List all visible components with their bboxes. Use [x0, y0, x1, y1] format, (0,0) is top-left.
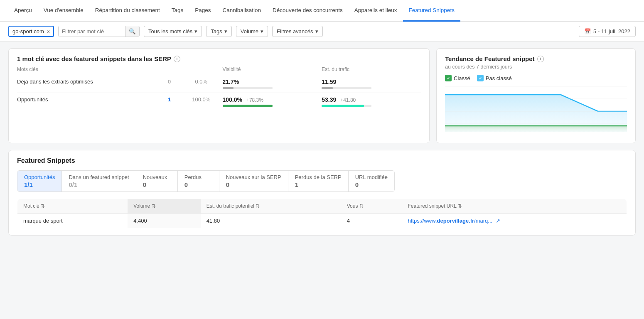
trend-chart — [445, 86, 627, 136]
cell-vous: 4 — [341, 213, 402, 228]
chart-legend: ✓ Classé ✓ Pas classé — [445, 75, 627, 81]
cell-url: https://www.deporvillage.fr/marq... ↗ — [402, 213, 627, 228]
nav-item-featured[interactable]: Featured Snippets — [403, 0, 460, 22]
chevron-down-icon: ▾ — [224, 28, 227, 34]
date-range-label: 5 - 11 juil. 2022 — [593, 28, 630, 34]
domain-tag: go-sport.com × — [8, 26, 54, 37]
table-header-row: Mot clé ⇅ Volume ⇅ Est. du trafic potent… — [17, 199, 627, 213]
table-row: Déjà dans les extraits optimisés 0 0.0% … — [17, 75, 421, 93]
sort-icon: ⇅ — [359, 203, 364, 209]
calendar-icon: 📅 — [584, 28, 591, 34]
tab-pill-label: Nouveaux sur la SERP — [226, 174, 281, 180]
cell-volume: 4,400 — [128, 213, 201, 228]
nav-item-pages[interactable]: Pages — [189, 0, 216, 22]
cell-mot-cle: marque de sport — [17, 213, 128, 228]
row2-visibility: 100.0% +78.3% — [223, 93, 322, 111]
svg-marker-1 — [445, 126, 627, 132]
filter-all-keywords[interactable]: Tous les mots clés ▾ — [144, 26, 202, 37]
filter-advanced-label: Filtres avancés — [277, 28, 313, 34]
sort-icon: ⇅ — [256, 203, 260, 209]
sort-icon: ⇅ — [458, 203, 462, 209]
row1-label: Déjà dans les extraits optimisés — [17, 75, 159, 93]
top-navigation: AperçuVue d'ensembleRépartition du class… — [0, 0, 644, 22]
nav-item-decouverte[interactable]: Découverte des concurrents — [267, 0, 349, 22]
top-cards-row: 1 mot clé avec des featured snippets dan… — [8, 48, 636, 143]
col-mot-cle[interactable]: Mot clé ⇅ — [17, 199, 128, 213]
tab-pill-value: 0 — [143, 181, 171, 188]
tab-pill-opportunites[interactable]: Opportunités1/1 — [17, 171, 62, 191]
nav-item-appareils[interactable]: Appareils et lieux — [349, 0, 403, 22]
tab-pill-url-modifiee[interactable]: URL modifiée0 — [349, 171, 394, 191]
tab-pill-value: 1/1 — [24, 181, 55, 188]
chevron-down-icon: ▾ — [194, 28, 197, 34]
nav-item-vue-ensemble[interactable]: Vue d'ensemble — [38, 0, 89, 22]
filter-tags-label: Tags — [211, 28, 222, 34]
tab-pill-perdus-serp[interactable]: Perdus de la SERP1 — [288, 171, 349, 191]
featured-snippets-title: Featured Snippets — [17, 157, 627, 164]
row1-traffic: 11.59 — [322, 75, 421, 93]
row1-pct: 0.0% — [180, 75, 222, 93]
row1-count: 0 — [159, 75, 180, 93]
nav-item-apercu[interactable]: Aperçu — [8, 0, 38, 22]
tab-pill-label: Perdus — [184, 174, 212, 180]
table-row: marque de sport 4,400 41.80 4 https://ww… — [17, 213, 627, 228]
info-icon[interactable]: i — [174, 56, 180, 62]
filter-advanced[interactable]: Filtres avancés ▾ — [272, 26, 322, 37]
trend-chart-svg — [445, 86, 627, 136]
tab-pill-label: Opportunités — [24, 174, 55, 180]
sort-icon: ⇅ — [152, 203, 156, 209]
table-row: Opportunités 1 100.0% 100.0% +78.3% — [17, 93, 421, 111]
featured-snippets-table: Mot clé ⇅ Volume ⇅ Est. du trafic potent… — [17, 199, 627, 228]
keyword-search-box: 🔍 — [58, 26, 140, 37]
tab-pill-value: 0 — [355, 181, 388, 188]
tab-pill-label: Dans un featured snippet — [69, 174, 129, 180]
chevron-down-icon: ▾ — [261, 28, 263, 34]
cell-trafic: 41.80 — [201, 213, 341, 228]
tab-pill-value: 1 — [295, 181, 342, 188]
col-volume[interactable]: Volume ⇅ — [128, 199, 201, 213]
snippet-url[interactable]: https://www.deporvillage.fr/marq... — [408, 218, 494, 224]
col-keywords: Mots clés — [17, 64, 159, 75]
row2-count: 1 — [159, 93, 180, 111]
col-trafic[interactable]: Est. du trafic potentiel ⇅ — [201, 199, 341, 213]
legend-unranked: ✓ Pas classé — [477, 75, 512, 81]
row2-traffic: 53.39 +41.80 — [322, 93, 421, 111]
col-traffic: Est. du trafic — [322, 64, 421, 75]
filter-all-label: Tous les mots clés — [148, 28, 192, 34]
toolbar: go-sport.com × 🔍 Tous les mots clés ▾ Ta… — [0, 22, 644, 42]
tab-pill-label: Nouveaux — [143, 174, 171, 180]
row1-visibility: 21.7% — [223, 75, 322, 93]
sort-icon: ⇅ — [41, 203, 45, 209]
tab-pill-label: URL modifiée — [355, 174, 388, 180]
filter-volume[interactable]: Volume ▾ — [236, 26, 268, 37]
close-icon[interactable]: × — [47, 29, 50, 34]
date-range-button[interactable]: 📅 5 - 11 juil. 2022 — [579, 26, 636, 37]
domain-label: go-sport.com — [12, 28, 44, 34]
row2-pct: 100.0% — [180, 93, 222, 111]
tab-pill-value: 0 — [184, 181, 212, 188]
tab-pill-label: Perdus de la SERP — [295, 174, 342, 180]
search-button[interactable]: 🔍 — [125, 26, 139, 37]
stats-card-title: 1 mot clé avec des featured snippets dan… — [17, 55, 421, 62]
trend-card-subtitle: au cours des 7 derniers jours — [445, 64, 627, 70]
col-url[interactable]: Featured snippet URL ⇅ — [402, 199, 627, 213]
filter-volume-label: Volume — [241, 28, 258, 34]
search-input[interactable] — [59, 26, 125, 37]
nav-item-tags[interactable]: Tags — [166, 0, 189, 22]
tab-pills: Opportunités1/1Dans un featured snippet0… — [17, 170, 395, 192]
tab-pill-dans-featured[interactable]: Dans un featured snippet0/1 — [62, 171, 136, 191]
main-content: 1 mot clé avec des featured snippets dan… — [0, 42, 644, 242]
nav-item-repartition[interactable]: Répartition du classement — [89, 0, 166, 22]
stats-card: 1 mot clé avec des featured snippets dan… — [8, 48, 430, 143]
filter-tags[interactable]: Tags ▾ — [206, 26, 231, 37]
external-link-icon[interactable]: ↗ — [496, 218, 500, 224]
col-vous[interactable]: Vous ⇅ — [341, 199, 402, 213]
nav-item-cannibalisation[interactable]: Cannibalisation — [217, 0, 267, 22]
stats-table: Mots clés Visibilité Est. du trafic Déjà… — [17, 64, 421, 110]
tab-pill-nouveaux-serp[interactable]: Nouveaux sur la SERP0 — [219, 171, 288, 191]
chevron-down-icon: ▾ — [315, 28, 318, 34]
info-icon[interactable]: i — [537, 56, 544, 62]
row2-label: Opportunités — [17, 93, 159, 111]
tab-pill-nouveaux[interactable]: Nouveaux0 — [136, 171, 178, 191]
tab-pill-perdus[interactable]: Perdus0 — [178, 171, 219, 191]
